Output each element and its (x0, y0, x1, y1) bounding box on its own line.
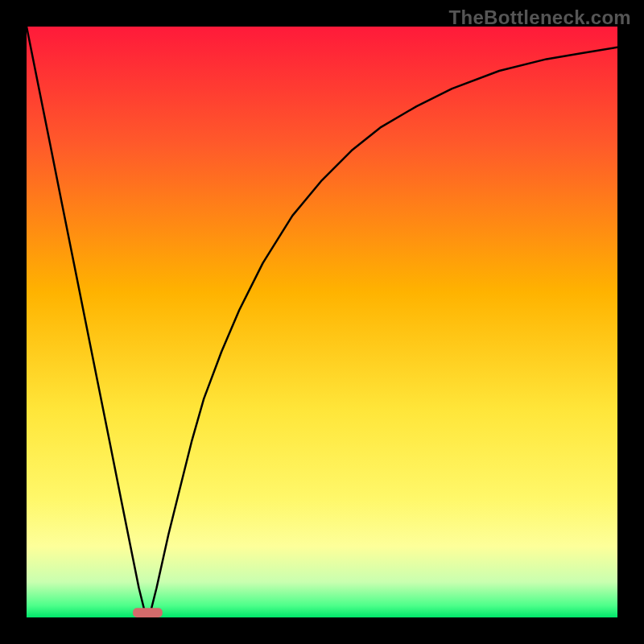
watermark-text: TheBottleneck.com (449, 6, 631, 29)
min-marker (133, 608, 163, 617)
bottleneck-curve (27, 27, 617, 612)
curve-layer (27, 27, 617, 617)
plot-area (27, 27, 617, 617)
chart-frame: TheBottleneck.com (0, 0, 644, 644)
